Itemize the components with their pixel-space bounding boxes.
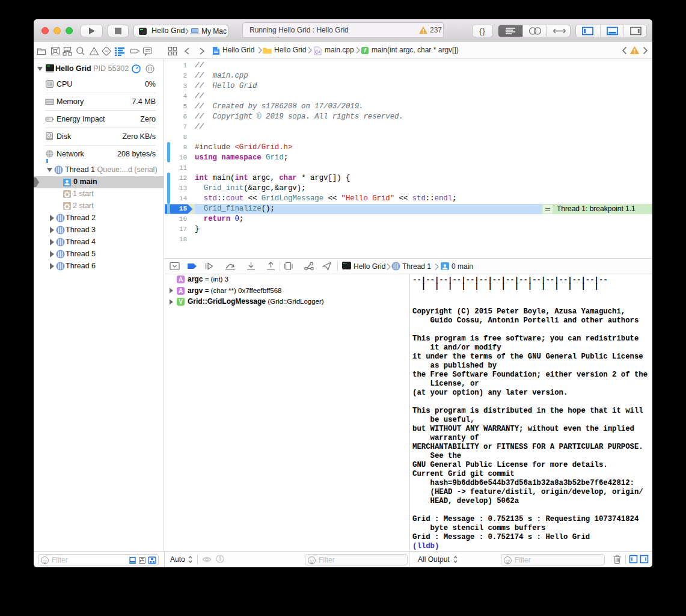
svg-text:C+: C+	[315, 50, 320, 54]
